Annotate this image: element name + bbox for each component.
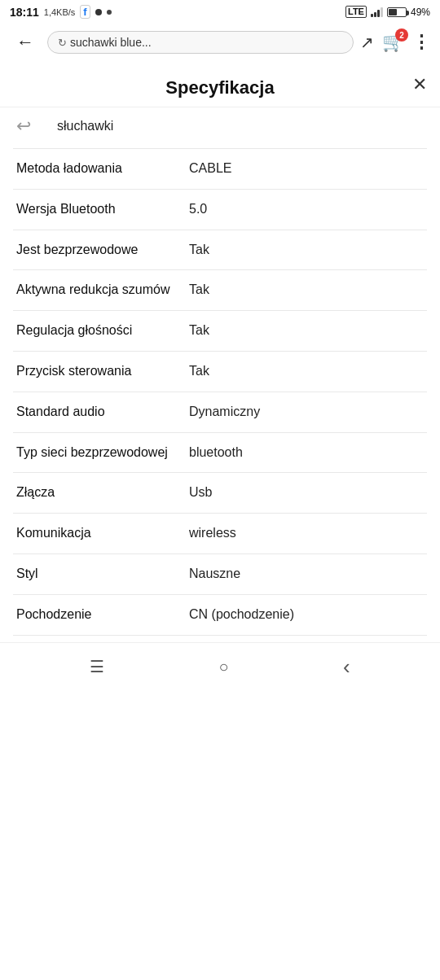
spec-value-2: Tak <box>189 242 424 259</box>
spec-row-7: Typ sieci bezprzewodowejbluetooth <box>13 433 427 474</box>
partial-icon: ↩ <box>16 116 57 137</box>
spec-label-2: Jest bezprzewodowe <box>16 242 179 259</box>
spec-row-8: ZłączaUsb <box>13 473 427 514</box>
status-time: 18:11 <box>10 6 39 19</box>
modal-title: Specyfikacja <box>165 77 274 98</box>
cart-button[interactable]: 🛒 2 <box>382 32 404 53</box>
bottom-menu-button[interactable]: ☰ <box>90 657 104 676</box>
modal-header: Specyfikacja ✕ <box>0 63 440 107</box>
url-text: suchawki blue... <box>70 36 343 49</box>
spec-value-7: bluetooth <box>189 444 424 462</box>
spec-label-4: Regulacja głośności <box>16 322 179 339</box>
spec-row-2: Jest bezprzewodoweTak <box>13 230 427 271</box>
spec-row-9: Komunikacjawireless <box>13 514 427 554</box>
active-dot <box>107 10 112 15</box>
spec-label-6: Standard audio <box>16 404 179 421</box>
spec-value-5: Tak <box>189 363 424 380</box>
status-bar: 18:11 1,4KB/s f LTE 49% <box>0 0 440 22</box>
spec-value-0: CABLE <box>189 160 424 177</box>
spec-row-0: Metoda ładowaniaCABLE <box>13 149 427 190</box>
spec-label-8: Złącza <box>16 484 179 501</box>
spec-label-10: Styl <box>16 566 179 583</box>
spec-value-11: CN (pochodzenie) <box>189 606 424 623</box>
bottom-nav: ☰ ○ ‹ <box>0 642 440 691</box>
spec-value-9: wireless <box>189 525 424 542</box>
partial-row: ↩ słuchawki <box>13 107 427 149</box>
status-speed: 1,4KB/s <box>44 7 76 17</box>
spec-row-11: PochodzenieCN (pochodzenie) <box>13 595 427 636</box>
modal-close-button[interactable]: ✕ <box>412 74 427 95</box>
spec-value-8: Usb <box>189 484 424 501</box>
bottom-home-button[interactable]: ○ <box>219 658 229 676</box>
spec-value-10: Nauszne <box>189 566 424 583</box>
spec-label-11: Pochodzenie <box>16 606 179 623</box>
spec-label-1: Wersja Bluetooth <box>16 201 179 218</box>
partial-value: słuchawki <box>57 119 113 133</box>
spec-value-4: Tak <box>189 322 424 339</box>
lte-icon: LTE <box>345 6 367 18</box>
spec-row-5: Przycisk sterowaniaTak <box>13 352 427 392</box>
spec-row-4: Regulacja głośnościTak <box>13 311 427 352</box>
nav-bar: ← ↻ suchawki blue... ↗ 🛒 2 ⋮ <box>0 22 440 63</box>
spec-label-0: Metoda ładowania <box>16 160 179 177</box>
spec-row-6: Standard audioDynamiczny <box>13 392 427 433</box>
spec-row-10: StylNauszne <box>13 554 427 595</box>
fb-icon: f <box>80 5 90 19</box>
share-button[interactable]: ↗ <box>360 33 374 52</box>
spec-value-3: Tak <box>189 282 424 299</box>
signal-bars-icon <box>371 7 383 17</box>
bottom-back-button[interactable]: ‹ <box>343 654 350 680</box>
spec-value-1: 5.0 <box>189 201 424 218</box>
url-icon: ↻ <box>58 37 67 49</box>
more-button[interactable]: ⋮ <box>412 32 430 53</box>
spec-value-6: Dynamiczny <box>189 404 424 421</box>
notification-icon <box>95 9 102 15</box>
spec-label-5: Przycisk sterowania <box>16 363 179 380</box>
battery-icon <box>387 7 407 17</box>
cart-badge: 2 <box>395 28 408 42</box>
back-button[interactable]: ← <box>10 28 41 56</box>
url-bar[interactable]: ↻ suchawki blue... <box>47 31 354 54</box>
spec-rows: Metoda ładowaniaCABLEWersja Bluetooth5.0… <box>13 149 427 636</box>
spec-label-3: Aktywna redukcja szumów <box>16 282 179 299</box>
spec-label-9: Komunikacja <box>16 525 179 542</box>
spec-label-7: Typ sieci bezprzewodowej <box>16 444 179 462</box>
spec-row-1: Wersja Bluetooth5.0 <box>13 190 427 230</box>
spec-row-3: Aktywna redukcja szumówTak <box>13 270 427 311</box>
nav-actions: ↗ 🛒 2 ⋮ <box>360 32 430 53</box>
battery-percent: 49% <box>411 7 430 18</box>
specs-container: ↩ słuchawki Metoda ładowaniaCABLEWersja … <box>0 107 440 636</box>
